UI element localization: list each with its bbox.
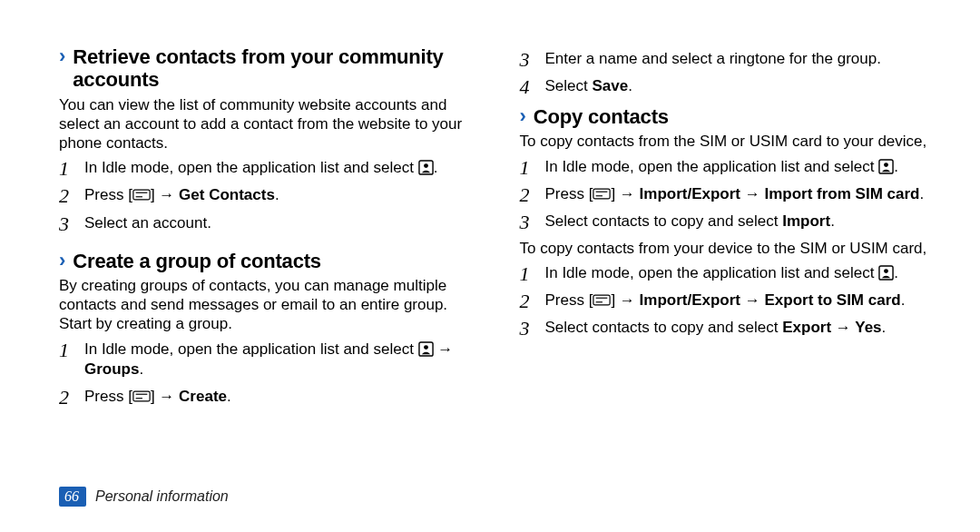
section-create-group: › Create a group of contacts By creating… bbox=[59, 250, 470, 407]
step-item: In Idle mode, open the application list … bbox=[520, 157, 931, 177]
menu-icon bbox=[593, 294, 611, 306]
step-item: In Idle mode, open the application list … bbox=[59, 340, 470, 379]
steps-list: In Idle mode, open the application list … bbox=[520, 157, 931, 232]
steps-list: In Idle mode, open the application list … bbox=[59, 158, 470, 232]
page-footer: 66 Personal information bbox=[59, 487, 229, 507]
chevron-icon: › bbox=[59, 45, 65, 67]
right-column: Enter a name and select a ringtone for t… bbox=[520, 45, 931, 472]
section-retrieve-contacts: › Retrieve contacts from your community … bbox=[59, 45, 470, 233]
step-item: Enter a name and select a ringtone for t… bbox=[520, 49, 931, 69]
section-intro: To copy contacts from your device to the… bbox=[520, 239, 931, 258]
section-intro: By creating groups of contacts, you can … bbox=[59, 276, 470, 334]
section-copy-contacts: › Copy contacts To copy contacts from th… bbox=[520, 105, 931, 338]
contact-icon bbox=[418, 341, 434, 357]
step-item: Select contacts to copy and select Expor… bbox=[520, 318, 931, 338]
steps-list: In Idle mode, open the application list … bbox=[520, 263, 931, 338]
contact-icon bbox=[878, 265, 894, 281]
step-item: Press [] → Create. bbox=[59, 387, 470, 407]
chevron-icon: › bbox=[59, 250, 65, 271]
contact-icon bbox=[418, 160, 434, 175]
section-title: Copy contacts bbox=[534, 105, 669, 128]
step-item: Select an account. bbox=[59, 213, 470, 233]
section-title: Retrieve contacts from your community ac… bbox=[73, 45, 469, 92]
step-item: Press [] → Get Contacts. bbox=[59, 185, 470, 205]
footer-label: Personal information bbox=[95, 488, 229, 505]
steps-list: In Idle mode, open the application list … bbox=[59, 340, 470, 407]
left-column: › Retrieve contacts from your community … bbox=[59, 45, 470, 472]
chevron-icon: › bbox=[520, 105, 526, 127]
menu-icon bbox=[132, 189, 151, 201]
step-item: Press [] → Import/Export → Export to SIM… bbox=[520, 291, 931, 310]
step-item: Press [] → Import/Export → Import from S… bbox=[520, 184, 931, 204]
section-intro: To copy contacts from the SIM or USIM ca… bbox=[520, 132, 931, 151]
menu-icon bbox=[132, 390, 151, 402]
contact-icon bbox=[878, 159, 894, 174]
step-item: In Idle mode, open the application list … bbox=[59, 158, 470, 178]
page-number: 66 bbox=[59, 487, 86, 507]
steps-list-continued: Enter a name and select a ringtone for t… bbox=[520, 49, 931, 96]
step-item: In Idle mode, open the application list … bbox=[520, 263, 931, 283]
menu-icon bbox=[593, 188, 611, 200]
step-item: Select contacts to copy and select Impor… bbox=[520, 212, 931, 232]
section-title: Create a group of contacts bbox=[73, 250, 321, 272]
section-intro: You can view the list of community websi… bbox=[59, 95, 470, 153]
step-item: Select Save. bbox=[520, 76, 931, 96]
